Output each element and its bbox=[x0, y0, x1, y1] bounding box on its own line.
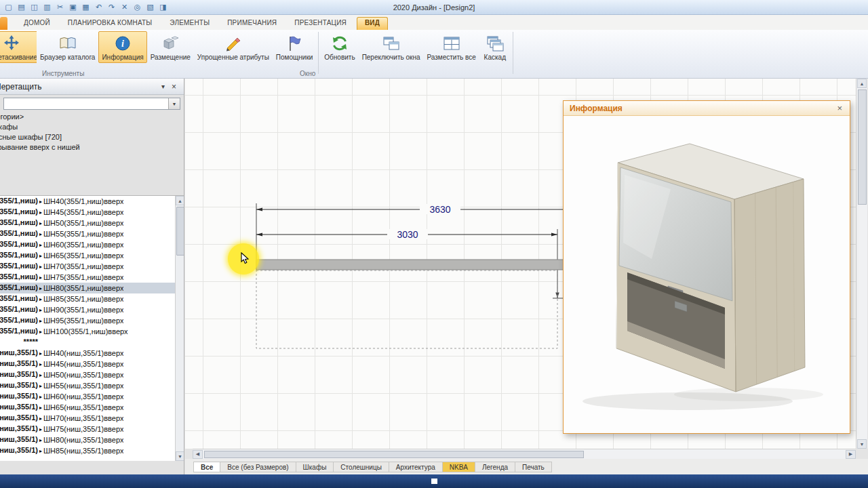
ribbon-tab-view[interactable]: ВИД bbox=[357, 17, 388, 30]
save-icon[interactable]: ◫ bbox=[28, 1, 40, 13]
panel-close-icon[interactable]: × bbox=[168, 82, 180, 92]
sheet-tab-all[interactable]: Все bbox=[193, 462, 220, 472]
ribbon-tab-room-planning[interactable]: ПЛАНИРОВКА КОМНАТЫ bbox=[60, 17, 160, 30]
panel-menu-icon[interactable]: ▾ bbox=[158, 83, 168, 90]
list-item[interactable]: ШН60(355/1,ниш)▸ШН60(355/1,ниш)вверх bbox=[0, 239, 175, 250]
list-item[interactable]: ШН75(355/1,ниш)▸ШН75(355/1,ниш)вверх bbox=[0, 272, 175, 283]
list-item[interactable]: ШН40(ниш,355/1)▸ШН40(ниш,355/1)вверх bbox=[0, 348, 175, 359]
placement-button[interactable]: Размещение bbox=[147, 31, 194, 63]
sheet-tab-print[interactable]: Печать bbox=[515, 462, 552, 472]
switch-windows-button[interactable]: Переключить окна bbox=[359, 31, 424, 63]
catalog-browser-button[interactable]: Браузер каталога bbox=[37, 31, 98, 63]
list-item[interactable]: ШН70(355/1,ниш)▸ШН70(355/1,ниш)вверх bbox=[0, 261, 175, 272]
information-button[interactable]: i Информация bbox=[98, 31, 146, 63]
list-item-name: ШН65(355/1,ниш) bbox=[0, 251, 39, 260]
simplified-attributes-icon bbox=[224, 34, 243, 53]
ribbon-separator bbox=[318, 32, 319, 74]
maps-to-icon: ▸ bbox=[39, 199, 42, 205]
list-item-name: ***** bbox=[0, 338, 39, 347]
refresh-button[interactable]: Обновить bbox=[321, 31, 358, 63]
new-icon[interactable]: ▢ bbox=[3, 1, 14, 13]
list-scroll-thumb[interactable] bbox=[176, 207, 184, 256]
list-item[interactable]: ШН50(355/1,ниш)▸ШН50(355/1,ниш)вверх bbox=[0, 218, 175, 228]
cabinet-3d-preview bbox=[575, 126, 841, 424]
sheet-tab-countertops[interactable]: Столешницы bbox=[334, 462, 389, 472]
open-icon[interactable]: ▤ bbox=[16, 1, 27, 13]
sheet-tab-legend[interactable]: Легенда bbox=[475, 462, 515, 472]
horizontal-scroll-thumb[interactable] bbox=[204, 451, 584, 458]
sheet-tab-nkba[interactable]: NKBA bbox=[443, 462, 475, 472]
list-item[interactable]: ШН45(ниш,355/1)▸ШН45(ниш,355/1)вверх bbox=[0, 359, 175, 369]
delete-icon[interactable]: ✕ bbox=[119, 1, 130, 13]
list-item[interactable]: ШН65(355/1,ниш)▸ШН65(355/1,ниш)вверх bbox=[0, 250, 175, 261]
cascade-button[interactable]: Каскад bbox=[479, 31, 511, 63]
list-item-variant: ШН70(355/1,ниш)вверх bbox=[43, 262, 123, 270]
list-item[interactable]: ШН40(355/1,ниш)▸ШН40(355/1,ниш)вверх bbox=[0, 196, 175, 207]
list-item[interactable]: ШН55(ниш,355/1)▸ШН55(ниш,355/1)вверх bbox=[0, 380, 175, 391]
cascade-icon bbox=[486, 34, 505, 53]
tree-item-open-up-niche[interactable]: Открывание вверх с нишей bbox=[0, 142, 184, 152]
print-icon[interactable]: ▥ bbox=[41, 1, 53, 13]
scroll-down-icon[interactable]: ▼ bbox=[176, 451, 185, 461]
zoom-icon[interactable]: ◎ bbox=[132, 1, 143, 13]
list-item[interactable]: ШН60(ниш,355/1)▸ШН60(ниш,355/1)вверх bbox=[0, 391, 175, 402]
canvas-horizontal-scrollbar[interactable]: ◀ ▶ bbox=[193, 449, 856, 459]
list-item[interactable]: ШН85(ниш,355/1)▸ШН85(ниш,355/1)вверх bbox=[0, 445, 175, 456]
list-item[interactable]: ШН50(ниш,355/1)▸ШН50(ниш,355/1)вверх bbox=[0, 369, 175, 380]
list-item[interactable]: ШН100(355/1,ниш)▸ШН100(355/1,ниш)вверх bbox=[0, 326, 175, 337]
list-item[interactable]: ШН80(355/1,ниш)▸ШН80(355/1,ниш)вверх bbox=[0, 283, 175, 293]
scroll-down-icon[interactable]: ▼ bbox=[857, 439, 867, 449]
undo-icon[interactable]: ↶ bbox=[93, 1, 104, 13]
list-scrollbar[interactable]: ▲ ▼ bbox=[175, 196, 184, 461]
canvas-vertical-scrollbar[interactable]: ▲ ▼ bbox=[856, 79, 867, 449]
list-item[interactable]: ШН95(355/1,ниш)▸ШН95(355/1,ниш)вверх bbox=[0, 315, 175, 326]
list-item[interactable]: ШН45(355/1,ниш)▸ШН45(355/1,ниш)вверх bbox=[0, 207, 175, 218]
list-item[interactable]: ***** bbox=[0, 337, 175, 348]
grid-icon[interactable]: ▧ bbox=[144, 1, 156, 13]
sheet-tab-cabinets[interactable]: Шкафы bbox=[296, 462, 334, 472]
category-combobox[interactable]: ▼ bbox=[3, 98, 180, 110]
redo-icon[interactable]: ↷ bbox=[106, 1, 117, 13]
scroll-up-icon[interactable]: ▲ bbox=[857, 79, 867, 88]
copy-icon[interactable]: ▣ bbox=[67, 1, 79, 13]
simplified-attributes-button[interactable]: Упрощенные атрибуты bbox=[194, 31, 273, 63]
drag-panel-header[interactable]: Перетащить ▾ × bbox=[0, 79, 184, 95]
ribbon-tab-elements[interactable]: ЭЛЕМЕНТЫ bbox=[162, 17, 217, 30]
application-menu-button[interactable] bbox=[0, 17, 7, 30]
drag-panel-title: Перетащить bbox=[0, 82, 42, 92]
ribbon-tabs: ДОМОЙ ПЛАНИРОВКА КОМНАТЫ ЭЛЕМЕНТЫ ПРИМЕЧ… bbox=[16, 17, 388, 30]
combobox-dropdown-icon[interactable]: ▼ bbox=[168, 98, 180, 109]
vertical-scroll-thumb[interactable] bbox=[858, 89, 867, 205]
list-item[interactable]: ШН75(ниш,355/1)▸ШН75(ниш,355/1)вверх bbox=[0, 424, 175, 434]
list-item-variant: ШН85(355/1,ниш)вверх bbox=[43, 295, 123, 303]
scroll-left-icon[interactable]: ◀ bbox=[193, 450, 203, 459]
status-indicator bbox=[431, 479, 437, 484]
information-window-titlebar[interactable]: Информация × bbox=[564, 101, 850, 116]
arrange-all-button[interactable]: Разместить все bbox=[423, 31, 479, 63]
list-item[interactable]: ШН90(355/1,ниш)▸ШН90(355/1,ниш)вверх bbox=[0, 304, 175, 315]
sheet-tab-architecture[interactable]: Архитектура bbox=[389, 462, 443, 472]
maps-to-icon: ▸ bbox=[39, 361, 42, 367]
views-icon[interactable]: ◨ bbox=[157, 1, 169, 13]
tree-item-categories[interactable]: <категории> bbox=[0, 112, 184, 122]
refresh-icon bbox=[330, 34, 349, 53]
window-close-icon[interactable]: × bbox=[835, 103, 844, 113]
ribbon-tab-home[interactable]: ДОМОЙ bbox=[16, 17, 58, 30]
tree-item-cabinets[interactable]: Шкафы bbox=[0, 122, 184, 132]
list-item[interactable]: ШН65(ниш,355/1)▸ШН65(ниш,355/1)вверх bbox=[0, 402, 175, 413]
maps-to-icon: ▸ bbox=[39, 220, 42, 226]
cut-icon[interactable]: ✂ bbox=[54, 1, 66, 13]
list-item[interactable]: ШН55(355/1,ниш)▸ШН55(355/1,ниш)вверх bbox=[0, 228, 175, 239]
tree-item-wall-cabinets[interactable]: Навесные шкафы [720] bbox=[0, 132, 184, 142]
paste-icon[interactable]: ▦ bbox=[80, 1, 92, 13]
list-item[interactable]: ШН85(355/1,ниш)▸ШН85(355/1,ниш)вверх bbox=[0, 293, 175, 304]
scroll-up-icon[interactable]: ▲ bbox=[176, 196, 185, 205]
scroll-right-icon[interactable]: ▶ bbox=[846, 450, 856, 459]
ribbon-tab-presentation[interactable]: ПРЕЗЕНТАЦИЯ bbox=[287, 17, 354, 30]
list-item[interactable]: ШН70(ниш,355/1)▸ШН70(ниш,355/1)вверх bbox=[0, 413, 175, 424]
list-item[interactable]: ШН80(ниш,355/1)▸ШН80(ниш,355/1)вверх bbox=[0, 434, 175, 445]
assistants-button[interactable]: Помощники bbox=[273, 31, 316, 63]
drag-mode-button[interactable]: Перетаскивание bbox=[0, 31, 37, 63]
sheet-tab-all-no-dims[interactable]: Все (без Размеров) bbox=[220, 462, 296, 472]
ribbon-tab-notes[interactable]: ПРИМЕЧАНИЯ bbox=[220, 17, 284, 30]
